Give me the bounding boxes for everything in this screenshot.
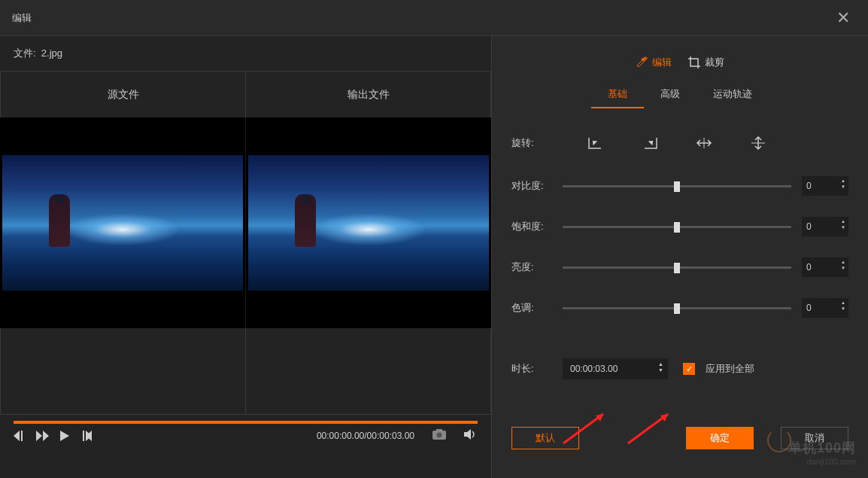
hue-value-text: 0 — [806, 303, 812, 313]
flip-vertical-icon[interactable] — [749, 135, 767, 151]
hue-value[interactable]: 0 ▲▼ — [802, 298, 848, 318]
window-title: 编辑 — [12, 11, 32, 25]
hue-label: 色调: — [511, 301, 563, 315]
tab-crop[interactable]: 裁剪 — [688, 56, 724, 69]
hue-stepper[interactable]: ▲▼ — [841, 300, 845, 312]
flip-horizontal-icon[interactable] — [695, 135, 713, 151]
rotate-ccw-icon[interactable] — [641, 135, 659, 151]
brightness-label: 亮度: — [511, 260, 563, 274]
contrast-slider[interactable] — [563, 185, 791, 187]
time-display: 00:00:00.00/00:00:03.00 — [317, 431, 414, 441]
contrast-stepper[interactable]: ▲▼ — [841, 178, 845, 190]
volume-icon[interactable] — [464, 428, 478, 443]
file-info: 文件: 2.jpg — [0, 36, 491, 71]
prev-frame-button[interactable] — [14, 431, 26, 441]
contrast-label: 对比度: — [511, 179, 563, 193]
subtab-motion[interactable]: 运动轨迹 — [697, 81, 769, 108]
duration-label: 时长: — [511, 362, 552, 376]
play-fast-button[interactable] — [36, 431, 50, 441]
saturation-stepper[interactable]: ▲▼ — [841, 218, 845, 230]
saturation-label: 饱和度: — [511, 220, 563, 233]
file-label: 文件: — [14, 47, 36, 59]
svg-marker-4 — [596, 414, 603, 422]
apply-all-checkbox[interactable]: ✓ — [683, 363, 695, 375]
close-icon[interactable]: ✕ — [830, 5, 856, 31]
brightness-value-text: 0 — [806, 262, 812, 272]
svg-marker-6 — [660, 414, 668, 422]
source-lower-pane — [0, 328, 245, 415]
subtab-advanced[interactable]: 高级 — [644, 81, 697, 108]
contrast-value[interactable]: 0 ▲▼ — [802, 176, 848, 196]
brightness-slider[interactable] — [563, 266, 791, 269]
cancel-button[interactable]: 取消 — [781, 427, 848, 449]
next-frame-button[interactable] — [80, 431, 92, 441]
duration-stepper[interactable]: ▲▼ — [658, 361, 663, 373]
duration-input[interactable]: 00:00:03.00 ▲▼ — [563, 358, 668, 379]
ok-button[interactable]: 确定 — [686, 427, 754, 449]
output-header: 输出文件 — [246, 72, 490, 117]
saturation-value[interactable]: 0 ▲▼ — [802, 217, 848, 236]
apply-all-label: 应用到全部 — [706, 362, 754, 376]
output-lower-pane — [245, 328, 491, 415]
duration-value-text: 00:00:03.00 — [570, 364, 618, 374]
contrast-value-text: 0 — [806, 181, 812, 191]
rotate-cw-icon[interactable] — [587, 135, 605, 151]
source-preview — [0, 117, 246, 328]
subtab-basic[interactable]: 基础 — [591, 81, 644, 108]
rotate-label: 旋转: — [511, 136, 557, 150]
default-button[interactable]: 默认 — [511, 427, 579, 449]
tab-edit-label: 编辑 — [652, 56, 672, 69]
saturation-slider[interactable] — [563, 226, 791, 228]
file-name: 2.jpg — [41, 47, 62, 59]
svg-rect-2 — [436, 429, 442, 431]
play-button[interactable] — [60, 431, 69, 441]
saturation-value-text: 0 — [806, 221, 812, 232]
brightness-stepper[interactable]: ▲▼ — [841, 259, 845, 271]
wand-icon — [636, 56, 648, 69]
progress-bar[interactable] — [14, 421, 478, 424]
output-preview — [246, 117, 491, 328]
svg-point-1 — [437, 433, 442, 438]
brightness-value[interactable]: 0 ▲▼ — [802, 257, 848, 277]
hue-slider[interactable] — [563, 307, 791, 309]
tab-edit[interactable]: 编辑 — [636, 56, 672, 69]
tab-crop-label: 裁剪 — [705, 56, 724, 69]
source-header: 源文件 — [1, 72, 246, 117]
snapshot-icon[interactable] — [432, 429, 446, 442]
crop-icon — [688, 56, 700, 69]
